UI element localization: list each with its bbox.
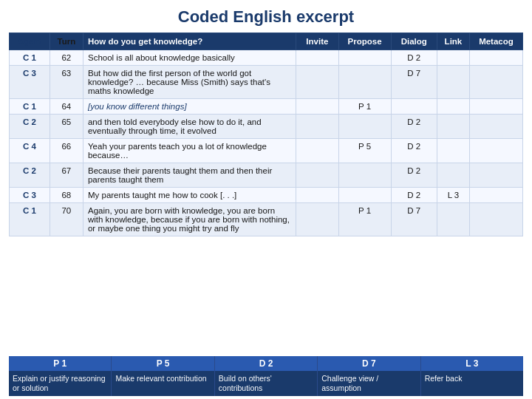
table-row: C 363But how did the first person of the… (10, 66, 523, 99)
cell-how: [you know different things] (83, 99, 296, 115)
cell-agent: C 3 (10, 188, 50, 203)
cell-link (437, 99, 469, 115)
legend-code: D 2 (215, 356, 317, 372)
cell-agent: C 4 (10, 139, 50, 163)
col-header-turn: Turn (50, 33, 83, 50)
cell-metacog (469, 115, 522, 139)
cell-invite (296, 50, 339, 66)
legend-desc: Make relevant contribution (112, 372, 214, 392)
cell-invite (296, 115, 339, 139)
cell-turn: 66 (50, 139, 83, 163)
col-header-metacog: Metacog (469, 33, 522, 50)
cell-how: Because their parents taught them and th… (83, 163, 296, 188)
cell-turn: 64 (50, 99, 83, 115)
cell-agent: C 2 (10, 163, 50, 188)
cell-how: But how did the first person of the worl… (83, 66, 296, 99)
cell-invite (296, 66, 339, 99)
table-row: C 164[you know different things]P 1 (10, 99, 523, 115)
cell-propose: P 1 (338, 99, 391, 115)
cell-invite (296, 99, 339, 115)
cell-turn: 65 (50, 115, 83, 139)
cell-dialog: D 2 (391, 50, 437, 66)
cell-agent: C 2 (10, 115, 50, 139)
cell-metacog (469, 99, 522, 115)
cell-propose (338, 188, 391, 203)
cell-metacog (469, 188, 522, 203)
legend-item: P 1Explain or justify reasoning or solut… (9, 356, 112, 396)
cell-link (437, 50, 469, 66)
cell-invite (296, 163, 339, 188)
cell-agent: C 1 (10, 50, 50, 66)
legend-desc: Explain or justify reasoning or solution (9, 372, 111, 396)
cell-agent: C 1 (10, 203, 50, 236)
legend-item: L 3Refer back (421, 356, 523, 396)
cell-propose (338, 50, 391, 66)
cell-metacog (469, 50, 522, 66)
cell-turn: 67 (50, 163, 83, 188)
cell-metacog (469, 203, 522, 236)
cell-dialog (391, 99, 437, 115)
cell-link (437, 163, 469, 188)
cell-propose (338, 66, 391, 99)
legend-item: D 2Build on others' contributions (215, 356, 318, 396)
legend-code: D 7 (318, 356, 420, 372)
table-row: C 265and then told everybody else how to… (10, 115, 523, 139)
cell-turn: 62 (50, 50, 83, 66)
legend-desc: Build on others' contributions (215, 372, 317, 396)
cell-propose: P 1 (338, 203, 391, 236)
col-header-how: How do you get knowledge? (83, 33, 296, 50)
cell-how: Again, you are born with knowledge, you … (83, 203, 296, 236)
cell-dialog: D 7 (391, 66, 437, 99)
cell-how: My parents taught me how to cook [. . .] (83, 188, 296, 203)
cell-turn: 63 (50, 66, 83, 99)
cell-invite (296, 203, 339, 236)
cell-agent: C 3 (10, 66, 50, 99)
cell-dialog: D 2 (391, 115, 437, 139)
cell-how: and then told everybody else how to do i… (83, 115, 296, 139)
cell-link (437, 139, 469, 163)
table-container: Agent Turn How do you get knowledge? Inv… (0, 33, 532, 356)
legend-desc: Refer back (421, 372, 523, 392)
table-row: C 162School is all about knowledge basic… (10, 50, 523, 66)
cell-dialog: D 2 (391, 139, 437, 163)
table-row: C 267Because their parents taught them a… (10, 163, 523, 188)
cell-propose (338, 115, 391, 139)
legend-code: P 5 (112, 356, 214, 372)
cell-link (437, 66, 469, 99)
table-row: C 170Again, you are born with knowledge,… (10, 203, 523, 236)
table-row: C 368My parents taught me how to cook [.… (10, 188, 523, 203)
cell-invite (296, 139, 339, 163)
cell-agent: C 1 (10, 99, 50, 115)
col-header-dialog: Dialog (391, 33, 437, 50)
cell-turn: 68 (50, 188, 83, 203)
cell-invite (296, 188, 339, 203)
cell-link (437, 115, 469, 139)
legend-code: L 3 (421, 356, 523, 372)
col-header-agent: Agent (10, 33, 50, 50)
cell-link (437, 203, 469, 236)
cell-how: School is all about knowledge basically (83, 50, 296, 66)
cell-dialog: D 2 (391, 188, 437, 203)
cell-metacog (469, 139, 522, 163)
cell-dialog: D 7 (391, 203, 437, 236)
cell-link: L 3 (437, 188, 469, 203)
legend-item: P 5Make relevant contribution (112, 356, 214, 396)
cell-dialog: D 2 (391, 163, 437, 188)
legend-code: P 1 (9, 356, 111, 372)
main-table: Agent Turn How do you get knowledge? Inv… (9, 33, 523, 236)
cell-propose (338, 163, 391, 188)
legend-desc: Challenge view / assumption (318, 372, 420, 396)
col-header-invite: Invite (296, 33, 339, 50)
cell-how: Yeah your parents teach you a lot of kno… (83, 139, 296, 163)
legend: P 1Explain or justify reasoning or solut… (9, 356, 523, 396)
cell-metacog (469, 163, 522, 188)
cell-propose: P 5 (338, 139, 391, 163)
legend-item: D 7Challenge view / assumption (318, 356, 420, 396)
col-header-link: Link (437, 33, 469, 50)
page: Coded English excerpt Agent Turn How do … (0, 0, 532, 399)
table-row: C 466Yeah your parents teach you a lot o… (10, 139, 523, 163)
col-header-propose: Propose (338, 33, 391, 50)
page-title: Coded English excerpt (0, 0, 532, 33)
cell-metacog (469, 66, 522, 99)
cell-turn: 70 (50, 203, 83, 236)
